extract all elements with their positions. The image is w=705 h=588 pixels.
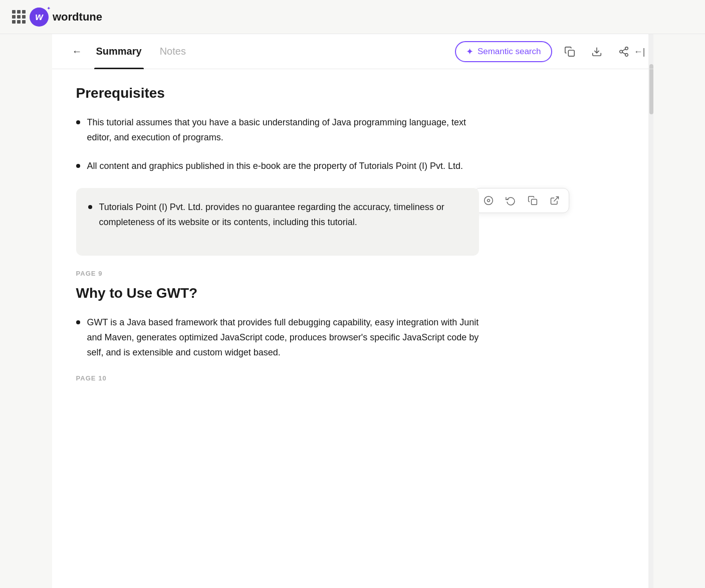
back-button[interactable]: ← [72,46,82,57]
topbar: w wordtune [0,0,705,34]
bullet-dot [88,205,92,209]
tab-notes[interactable]: Notes [158,34,188,69]
semantic-search-icon: ✦ [466,46,474,57]
bullet-dot [76,120,80,124]
record-toolbar-icon[interactable] [481,192,497,209]
tab-bar: ← Summary Notes ✦ Semantic search [52,34,653,69]
bullet-list-1: This tutorial assumes that you have a ba… [76,115,479,174]
svg-rect-0 [568,50,574,56]
copy-toolbar-icon[interactable] [525,192,541,209]
tab-summary[interactable]: Summary [94,34,144,69]
download-button[interactable] [587,42,606,61]
list-item: This tutorial assumes that you have a ba… [76,115,479,145]
grid-icon[interactable] [12,10,26,24]
main-content: Prerequisites This tutorial assumes that… [52,69,503,398]
svg-rect-9 [531,200,537,205]
svg-line-6 [622,49,625,51]
semantic-search-button[interactable]: ✦ Semantic search [455,41,552,62]
svg-line-5 [622,52,625,54]
main-container: ← Summary Notes ✦ Semantic search [52,34,653,588]
share-icon [618,46,629,57]
download-icon [591,46,602,57]
copy-button[interactable] [560,42,579,61]
section2-title: Why to Use GWT? [76,285,479,301]
logo-area: w wordtune [12,8,102,27]
page10-label: PAGE 10 [76,374,479,382]
highlighted-item-wrapper: Tutorials Point (I) Pvt. Ltd. provides n… [76,188,479,256]
page9-label: PAGE 9 [76,270,479,277]
highlight-card: Tutorials Point (I) Pvt. Ltd. provides n… [76,188,479,256]
sidebar-collapse-arrow[interactable]: ←| [634,46,645,57]
list-item: GWT is a Java based framework that provi… [76,315,479,360]
svg-point-7 [484,197,493,205]
copy-icon [564,46,575,57]
svg-point-4 [625,53,628,56]
tab-bar-actions: ✦ Semantic search [455,41,633,62]
bullet-dot [76,164,80,168]
list-item: Tutorials Point (I) Pvt. Ltd. provides n… [88,200,467,230]
svg-line-10 [554,197,558,202]
svg-point-8 [487,200,490,202]
scrollbar-thumb[interactable] [649,64,653,114]
refresh-toolbar-icon[interactable] [503,192,519,209]
list-item: All content and graphics published in th… [76,159,479,174]
svg-point-2 [625,47,628,50]
wordtune-logo-icon[interactable]: w [30,8,49,27]
app-name: wordtune [53,11,102,24]
svg-point-3 [619,50,622,53]
section1-title: Prerequisites [76,85,479,101]
share-button[interactable] [614,42,633,61]
floating-toolbar [474,188,569,213]
export-toolbar-icon[interactable] [547,192,563,209]
scrollbar-track[interactable] [648,34,653,588]
bullet-list-2: GWT is a Java based framework that provi… [76,315,479,360]
bullet-dot [76,320,80,324]
